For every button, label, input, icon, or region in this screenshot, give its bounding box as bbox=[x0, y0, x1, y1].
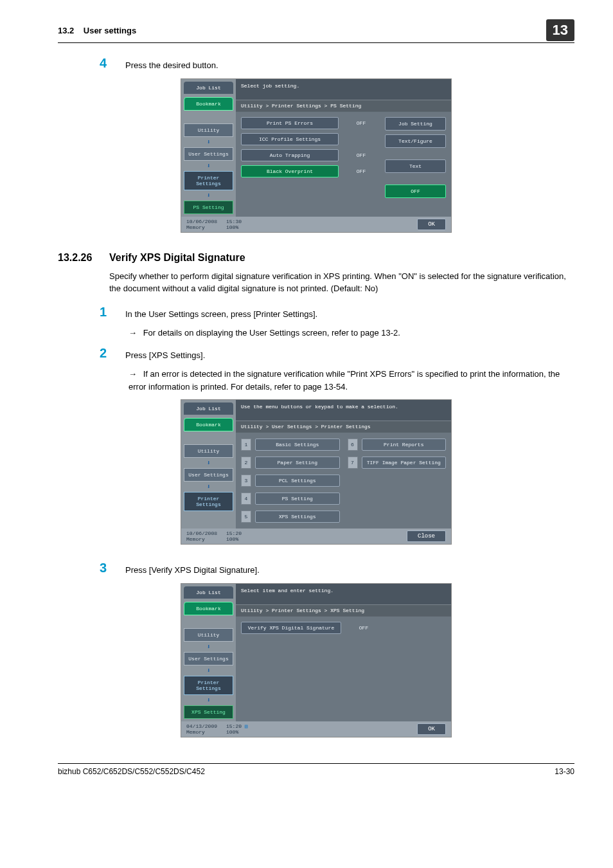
nav-printer-settings[interactable]: Printer Settings bbox=[184, 676, 233, 695]
section-body: Specify whether to perform digital signa… bbox=[109, 270, 574, 295]
arrow-down-icon: ⬇ bbox=[184, 696, 233, 704]
tab-bookmark[interactable]: Bookmark bbox=[184, 97, 233, 111]
memory-pct: 100% bbox=[226, 729, 238, 735]
arrow-down-icon: ⬇ bbox=[184, 162, 233, 170]
value-off: OFF bbox=[342, 152, 380, 158]
breadcrumb: Utility > Printer Settings > PS Setting bbox=[236, 100, 451, 112]
text-figure-button[interactable]: Text/Figure bbox=[385, 134, 446, 148]
instruction-text: Select item and enter setting. bbox=[236, 584, 451, 604]
header-section: 13.2 bbox=[58, 26, 74, 35]
header-title: User settings bbox=[84, 26, 136, 35]
nav-ps-setting[interactable]: PS Setting bbox=[184, 201, 233, 214]
tab-bookmark[interactable]: Bookmark bbox=[184, 418, 233, 431]
step-text: Press [Verify XPS Digital Signature]. bbox=[125, 561, 260, 577]
tab-joblist[interactable]: Job List bbox=[184, 82, 233, 94]
close-button[interactable]: Close bbox=[407, 530, 446, 542]
tab-bookmark[interactable]: Bookmark bbox=[184, 602, 233, 615]
screenshot-printer-settings: Job List Bookmark Utility ⬇ User Setting… bbox=[181, 399, 452, 545]
black-overprint-button[interactable]: Black Overprint bbox=[241, 165, 339, 177]
nav-printer-settings[interactable]: Printer Settings bbox=[184, 171, 233, 190]
nav-user-settings[interactable]: User Settings bbox=[184, 147, 233, 161]
screenshot-xps-setting: Job List Bookmark Utility ⬇ User Setting… bbox=[181, 583, 452, 737]
ok-button[interactable]: OK bbox=[417, 219, 446, 230]
instruction-text: Select job setting. bbox=[236, 79, 451, 100]
pcl-settings-button[interactable]: PCL Settings bbox=[255, 475, 340, 487]
tab-joblist[interactable]: Job List bbox=[184, 402, 233, 415]
num-4: 4 bbox=[241, 493, 251, 505]
status-icon: ▧ bbox=[245, 723, 248, 729]
memory-label: Memory bbox=[186, 224, 205, 230]
arrow-down-icon: ⬇ bbox=[184, 459, 233, 467]
memory-pct: 100% bbox=[226, 224, 238, 230]
memory-pct: 100% bbox=[226, 536, 238, 542]
step-number: 3 bbox=[100, 561, 125, 575]
nav-utility[interactable]: Utility bbox=[184, 444, 233, 458]
arrow-down-icon: ⬇ bbox=[184, 138, 233, 146]
section-number: 13.2.26 bbox=[58, 252, 109, 264]
value-off: OFF bbox=[342, 120, 380, 126]
memory-label: Memory bbox=[186, 729, 205, 735]
section-title: Verify XPS Digital Signature bbox=[109, 252, 245, 264]
num-6: 6 bbox=[348, 439, 358, 451]
value-off: OFF bbox=[345, 625, 382, 631]
nav-utility[interactable]: Utility bbox=[184, 628, 233, 642]
arrow-down-icon: ⬇ bbox=[184, 483, 233, 491]
num-3: 3 bbox=[241, 475, 251, 487]
screenshot-ps-setting: Job List Bookmark Utility ⬇ User Setting… bbox=[181, 78, 452, 233]
step-text: Press [XPS Settings]. bbox=[125, 346, 205, 362]
time: 15:30 bbox=[226, 219, 242, 224]
num-5: 5 bbox=[241, 511, 251, 523]
nav-utility[interactable]: Utility bbox=[184, 123, 233, 137]
auto-trapping-button[interactable]: Auto Trapping bbox=[241, 149, 339, 161]
date: 10/06/2008 bbox=[186, 530, 217, 536]
tab-joblist[interactable]: Job List bbox=[184, 586, 233, 599]
print-reports-button[interactable]: Print Reports bbox=[362, 439, 447, 451]
step-number: 2 bbox=[100, 346, 125, 361]
num-2: 2 bbox=[241, 457, 251, 469]
footer-left: bizhub C652/C652DS/C552/C552DS/C452 bbox=[58, 767, 205, 776]
step-number: 4 bbox=[100, 56, 125, 71]
num-1: 1 bbox=[241, 439, 251, 451]
date: 10/06/2008 bbox=[186, 219, 217, 224]
arrow-down-icon: ⬇ bbox=[184, 667, 233, 674]
step-text: In the User Settings screen, press [Prin… bbox=[125, 305, 317, 321]
arrow-icon: → bbox=[129, 328, 137, 338]
breadcrumb: Utility > User Settings > Printer Settin… bbox=[236, 420, 451, 433]
arrow-down-icon: ⬇ bbox=[184, 192, 233, 199]
nav-xps-setting[interactable]: XPS Setting bbox=[184, 705, 233, 719]
memory-label: Memory bbox=[186, 536, 205, 542]
basic-settings-button[interactable]: Basic Settings bbox=[255, 439, 340, 451]
page-header: 13.2 User settings 13 bbox=[58, 19, 574, 43]
icc-profile-button[interactable]: ICC Profile Settings bbox=[241, 133, 339, 145]
xps-settings-button[interactable]: XPS Settings bbox=[255, 511, 340, 523]
arrow-icon: → bbox=[129, 369, 137, 379]
paper-setting-button[interactable]: Paper Setting bbox=[255, 457, 340, 469]
job-setting-label: Job Setting bbox=[385, 117, 446, 131]
instruction-text: Use the menu buttons or keypad to make a… bbox=[236, 400, 451, 420]
off-button[interactable]: OFF bbox=[385, 185, 446, 198]
sub-text: For details on displaying the User Setti… bbox=[143, 328, 400, 338]
time: 15:20 bbox=[226, 723, 242, 729]
ok-button[interactable]: OK bbox=[417, 723, 446, 735]
breadcrumb: Utility > Printer Settings > XPS Setting bbox=[236, 604, 451, 617]
tiff-button[interactable]: TIFF Image Paper Setting bbox=[362, 457, 447, 469]
print-ps-errors-button[interactable]: Print PS Errors bbox=[241, 117, 339, 129]
chapter-badge: 13 bbox=[546, 19, 574, 41]
step-number: 1 bbox=[100, 305, 125, 320]
nav-user-settings[interactable]: User Settings bbox=[184, 652, 233, 665]
time: 15:20 bbox=[226, 530, 242, 536]
sub-text: If an error is detected in the signature… bbox=[129, 369, 560, 392]
verify-xps-button[interactable]: Verify XPS Digital Signature bbox=[241, 622, 341, 634]
ps-setting-button[interactable]: PS Setting bbox=[255, 493, 340, 505]
value-off: OFF bbox=[342, 168, 380, 174]
num-7: 7 bbox=[348, 457, 358, 469]
nav-user-settings[interactable]: User Settings bbox=[184, 468, 233, 482]
nav-printer-settings[interactable]: Printer Settings bbox=[184, 492, 233, 511]
footer-right: 13-30 bbox=[555, 767, 574, 776]
step-text: Press the desired button. bbox=[125, 56, 218, 72]
text-button[interactable]: Text bbox=[385, 159, 446, 173]
arrow-down-icon: ⬇ bbox=[184, 643, 233, 651]
date: 04/13/2009 bbox=[186, 723, 217, 729]
